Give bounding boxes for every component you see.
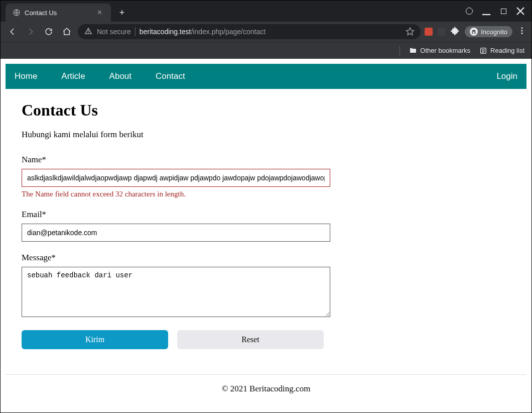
svg-marker-4: [407, 28, 414, 35]
toolbar-extensions: Incognito: [425, 26, 526, 37]
field-message: Message*: [22, 253, 510, 319]
window-indicator-icon: [462, 4, 476, 18]
home-button[interactable]: [60, 25, 74, 39]
site-footer: © 2021 Beritacoding.com: [6, 374, 526, 412]
main-content: Contact Us Hubungi kami melalui form ber…: [6, 89, 526, 359]
svg-point-5: [521, 27, 523, 29]
page: Home Article About Contact Login Contact…: [1, 59, 531, 412]
browser-window: Contact Us × + Not secure: [0, 0, 532, 413]
address-bar: Not secure beritacoding.test/index.php/p…: [1, 22, 531, 42]
footer-text: © 2021 Beritacoding.com: [222, 384, 311, 393]
other-bookmarks-label: Other bookmarks: [420, 47, 470, 54]
field-email: Email*: [22, 210, 510, 242]
tab-title: Contact Us: [25, 9, 57, 17]
nav-article[interactable]: Article: [61, 71, 85, 81]
other-bookmarks-button[interactable]: Other bookmarks: [409, 47, 470, 55]
window-controls: [462, 1, 531, 22]
forward-button[interactable]: [24, 25, 38, 39]
viewport: Home Article About Contact Login Contact…: [1, 59, 531, 412]
omnibox-divider: [135, 27, 136, 36]
nav-home[interactable]: Home: [15, 71, 37, 81]
bookmarks-bar: Other bookmarks Reading list: [1, 42, 531, 59]
close-window-button[interactable]: [513, 4, 527, 18]
extension-icon-1[interactable]: [425, 28, 433, 36]
url-path: /index.php/page/contact: [191, 28, 265, 36]
label-email: Email*: [22, 210, 510, 220]
svg-point-7: [521, 33, 523, 34]
nav-login[interactable]: Login: [496, 71, 517, 81]
label-name: Name*: [22, 155, 510, 165]
submit-button[interactable]: Kirim: [22, 330, 168, 349]
url-host: beritacoding.test: [140, 28, 191, 36]
maximize-button[interactable]: [496, 4, 510, 18]
url-text: beritacoding.test/index.php/page/contact: [140, 28, 265, 36]
bookbar-separator: [400, 46, 400, 56]
not-secure-icon: [84, 27, 93, 37]
page-title: Contact Us: [22, 101, 510, 120]
close-tab-icon[interactable]: ×: [95, 7, 104, 18]
label-message: Message*: [22, 253, 510, 263]
svg-point-6: [521, 30, 523, 32]
incognito-label: Incognito: [481, 28, 507, 36]
incognito-badge: Incognito: [465, 26, 512, 37]
name-error: The Name field cannot exceed 32 characte…: [22, 190, 510, 198]
omnibox[interactable]: Not secure beritacoding.test/index.php/p…: [78, 24, 421, 39]
extensions-button[interactable]: [451, 26, 460, 37]
back-button[interactable]: [6, 25, 20, 39]
name-input[interactable]: [22, 169, 330, 187]
minimize-button[interactable]: [479, 4, 493, 18]
nav-contact[interactable]: Contact: [156, 71, 185, 81]
bookmark-star-icon[interactable]: [406, 27, 415, 37]
incognito-icon: [470, 28, 478, 36]
reload-button[interactable]: [42, 25, 56, 39]
reading-list-label: Reading list: [490, 47, 524, 54]
reset-button[interactable]: Reset: [177, 330, 324, 349]
site-nav: Home Article About Contact Login: [6, 64, 526, 89]
nav-about[interactable]: About: [109, 71, 131, 81]
reading-list-button[interactable]: Reading list: [479, 47, 524, 55]
not-secure-label: Not secure: [97, 28, 131, 36]
extension-icon-2[interactable]: [438, 28, 446, 36]
button-row: Kirim Reset: [22, 330, 510, 349]
message-input[interactable]: [22, 267, 330, 317]
page-subtitle: Hubungi kami melalui form berikut: [22, 130, 510, 140]
browser-tab[interactable]: Contact Us ×: [6, 4, 111, 22]
kebab-menu-button[interactable]: [517, 26, 526, 37]
new-tab-button[interactable]: +: [115, 6, 129, 20]
email-input[interactable]: [22, 224, 330, 242]
field-name: Name* The Name field cannot exceed 32 ch…: [22, 155, 510, 198]
globe-icon: [13, 9, 21, 17]
tab-strip: Contact Us × +: [1, 1, 531, 22]
